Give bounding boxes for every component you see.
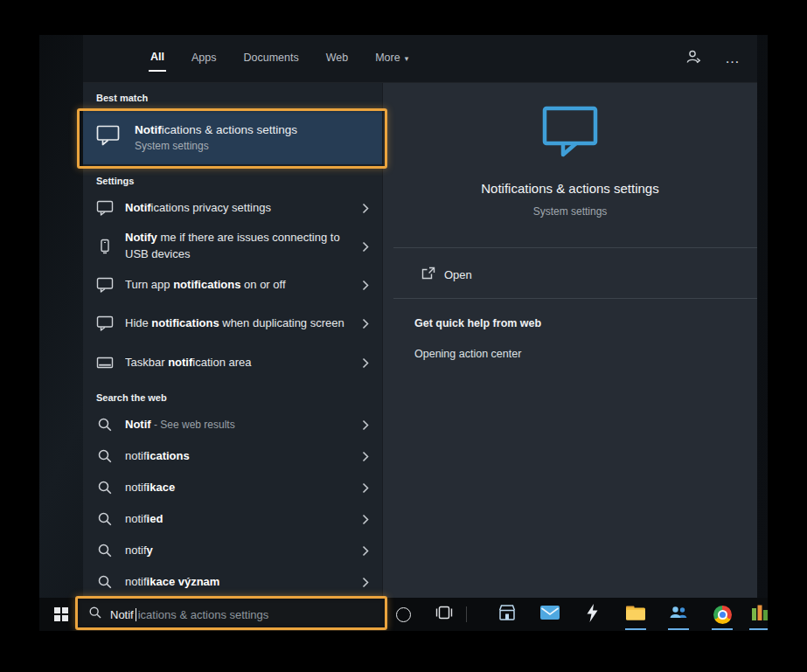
people-icon [669,605,688,624]
account-icon[interactable] [685,49,702,69]
taskbar-area-icon [96,355,114,371]
open-action[interactable]: Open [393,261,757,288]
chrome-icon [713,606,732,624]
chevron-right-icon[interactable] [362,357,371,369]
help-link[interactable]: Opening action center [414,348,521,360]
chevron-right-icon[interactable] [362,545,371,557]
running-indicator [625,628,646,630]
chevron-right-icon[interactable] [362,419,371,431]
list-item[interactable]: Notifications privacy settings [83,192,382,224]
search-icon [96,480,114,495]
lightning-bolt-icon [586,604,599,626]
section-label-settings: Settings [83,164,382,192]
list-item[interactable]: notifikace [83,472,382,503]
preview-subtitle: System settings [383,205,757,218]
open-label: Open [444,268,472,281]
list-item[interactable]: Hide notifications when duplicating scre… [83,301,382,346]
cortana-button[interactable] [391,598,415,631]
mail-button[interactable] [538,598,562,631]
cortana-icon [396,607,411,622]
people-app-button[interactable] [666,598,691,631]
list-item[interactable]: Notify me if there are issues connecting… [83,224,382,269]
chat-bubble-icon [96,277,114,293]
section-label-best-match: Best match [83,83,382,109]
list-item[interactable]: notify [83,535,382,566]
search-input-typed: Notif [110,608,134,621]
chevron-right-icon[interactable] [362,241,371,253]
chevron-right-icon[interactable] [362,451,371,462]
running-indicator [749,628,768,630]
list-item[interactable]: Turn app notifications on or off [83,269,382,301]
chevron-right-icon[interactable] [362,482,371,494]
preview-pane: Notifications & actions settings System … [382,83,757,598]
store-icon [497,604,517,625]
usb-device-icon [96,239,114,254]
lightning-app-button[interactable] [580,598,604,631]
task-view-button[interactable] [432,598,456,631]
search-icon [96,448,114,464]
search-icon [96,511,114,527]
chrome-button[interactable] [710,598,734,631]
taskbar-search-box[interactable]: Notif ications & actions settings [77,599,386,630]
section-label-search-the-web: Search the web [83,379,382,409]
search-results-list: Best match Notifications & actions setti… [83,83,382,598]
running-indicator [668,628,689,630]
chevron-right-icon[interactable] [362,203,371,214]
chat-bubble-icon [96,315,114,331]
taskbar-divider [466,606,467,622]
search-input-completion: ications & actions settings [138,608,269,621]
search-icon [96,543,114,558]
list-item[interactable]: notifikace význam [83,566,382,598]
chat-bubble-icon [96,200,114,216]
best-match-subtitle: System settings [135,140,297,152]
app-button-partial[interactable] [748,598,768,631]
task-view-icon [435,606,453,623]
file-explorer-button[interactable] [623,598,648,631]
best-match-title: Notifications & actions settings [135,121,297,139]
search-icon [96,574,114,590]
divider [393,298,757,299]
search-flyout: All Apps Documents Web More▾ … Best matc… [83,35,757,598]
list-item[interactable]: Taskbar notification area [83,346,382,379]
chat-bubble-large-icon [541,105,599,161]
preview-title: Notifications & actions settings [383,181,757,196]
start-button[interactable] [46,598,76,631]
app-icon-partial [751,604,768,626]
search-tab-bar: All Apps Documents Web More▾ … [83,35,757,83]
list-item[interactable]: Notif - See web results [83,409,382,440]
screenshot-frame: All Apps Documents Web More▾ … Best matc… [0,0,807,672]
tab-apps[interactable]: Apps [190,46,219,71]
help-heading: Get quick help from web [414,317,541,329]
chevron-down-icon: ▾ [405,54,409,63]
list-item[interactable]: notified [83,503,382,535]
text-cursor [136,608,136,621]
chevron-right-icon[interactable] [362,577,371,588]
tab-web[interactable]: Web [324,46,350,71]
desktop: All Apps Documents Web More▾ … Best matc… [39,35,768,631]
tab-documents[interactable]: Documents [241,46,300,71]
chevron-right-icon[interactable] [362,318,371,329]
mail-icon [540,606,560,623]
tab-all[interactable]: All [149,45,166,72]
store-button[interactable] [495,598,519,631]
chat-bubble-icon [96,125,122,149]
open-window-icon [421,267,435,282]
tab-more[interactable]: More▾ [373,46,410,71]
windows-logo-icon [54,607,68,621]
search-icon [88,606,102,623]
list-item[interactable]: notifications [83,440,382,472]
folder-icon [625,605,646,625]
best-match-item[interactable]: Notifications & actions settings System … [83,109,382,164]
taskbar: Notif ications & actions settings [39,598,768,631]
chevron-right-icon[interactable] [362,514,371,525]
running-indicator [712,628,733,630]
chevron-right-icon[interactable] [362,280,371,291]
divider [393,247,757,248]
search-icon [96,417,114,433]
more-options-icon[interactable]: … [725,54,741,63]
